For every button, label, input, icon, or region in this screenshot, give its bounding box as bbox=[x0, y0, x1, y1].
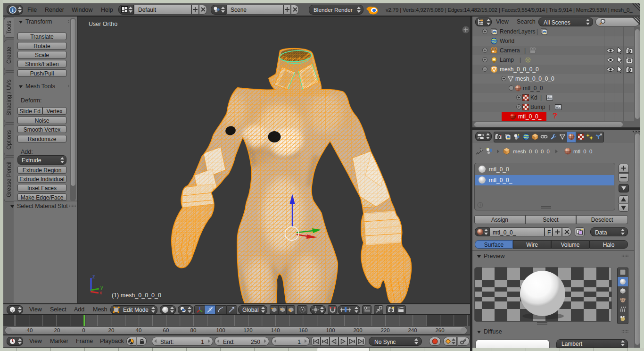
svg-text:z: z bbox=[92, 274, 95, 279]
svg-text:x: x bbox=[99, 290, 102, 295]
svg-text:i: i bbox=[12, 7, 13, 13]
